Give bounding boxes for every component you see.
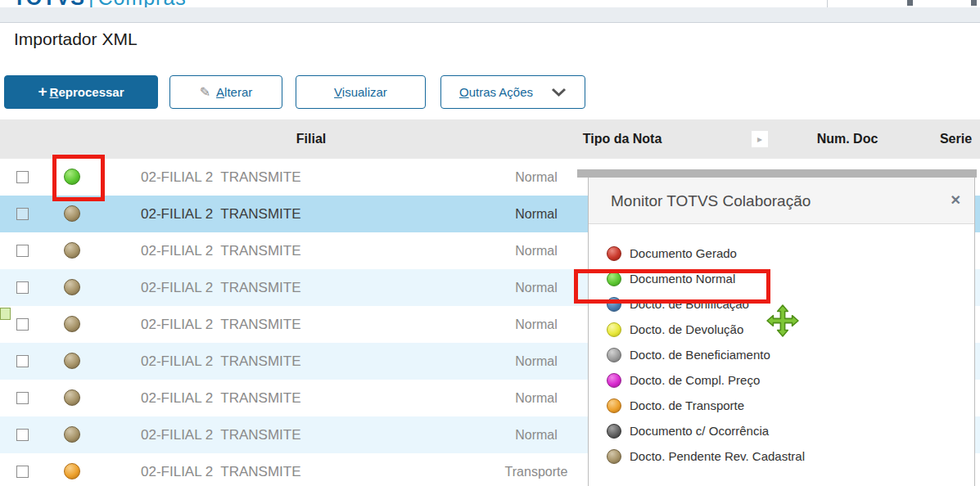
row-filial: 02-FILIAL 2 TRANSMITE	[141, 380, 301, 416]
row-checkbox[interactable]	[16, 281, 29, 294]
table-header: Filial Tipo da Nota ▸ Num. Doc Serie	[0, 119, 980, 159]
view-label: Visualizar	[334, 85, 387, 99]
plus-icon: +	[38, 83, 47, 101]
row-checkbox[interactable]	[16, 245, 29, 257]
legend-dot	[607, 348, 621, 362]
column-scroll-arrow-icon[interactable]: ▸	[752, 131, 768, 147]
row-checkbox[interactable]	[16, 318, 29, 331]
row-filial: 02-FILIAL 2 TRANSMITE	[141, 343, 301, 380]
other-actions-label: Outras Ações	[459, 85, 533, 99]
row-checkbox[interactable]	[16, 208, 29, 220]
legend-label: Docto. de Beneficiamento	[630, 348, 770, 362]
legend-dot	[607, 246, 621, 261]
close-icon[interactable]: ✕	[951, 192, 961, 208]
legend-label: Docto. Pendente Rev. Cadastral	[630, 449, 805, 463]
page-title: Importador XML	[14, 29, 138, 49]
alter-label: Alterar	[216, 85, 252, 99]
brand-module-label: Compras	[97, 0, 186, 7]
column-header-serie[interactable]: Serie	[909, 119, 980, 159]
legend-item: Documento c/ Ocorrência	[589, 418, 974, 443]
view-button[interactable]: Visualizar	[296, 75, 426, 109]
alter-button[interactable]: ✎ Alterar	[169, 75, 282, 109]
column-header-filial[interactable]: Filial	[164, 119, 458, 159]
legend-dot	[607, 297, 621, 312]
row-filial: 02-FILIAL 2 TRANSMITE	[141, 306, 301, 343]
row-checkbox[interactable]	[16, 429, 29, 441]
brand-separator: |	[85, 0, 98, 7]
move-cursor-icon	[766, 304, 799, 340]
legend-list: Documento Gerado Documento Normal Docto.…	[589, 224, 974, 469]
legend-item: Docto. de Beneficiamento	[589, 342, 974, 367]
status-dot	[64, 205, 80, 222]
header-icon-fragment[interactable]	[907, 0, 913, 6]
status-dot	[64, 316, 80, 332]
legend-dot	[607, 424, 621, 439]
legend-item: Docto. de Compl. Preço	[589, 367, 974, 393]
legend-label: Docto. de Transporte	[630, 398, 744, 412]
row-filial: 02-FILIAL 2 TRANSMITE	[141, 159, 301, 196]
chevron-down-icon	[551, 88, 567, 97]
pencil-icon: ✎	[200, 84, 210, 100]
legend-dot	[607, 373, 621, 388]
legend-label: Docto. de Bonificação	[630, 297, 749, 311]
status-dot	[64, 279, 80, 295]
legend-dot	[607, 398, 621, 413]
status-dot	[64, 353, 80, 369]
row-checkbox[interactable]	[16, 466, 29, 478]
status-dot	[64, 389, 80, 406]
legend-dot	[607, 272, 621, 286]
popup-top-border[interactable]	[577, 169, 977, 178]
row-filial: 02-FILIAL 2 TRANSMITE	[141, 196, 301, 232]
legend-label: Docto. de Devolução	[630, 322, 743, 336]
reprocess-button[interactable]: + Reprocessar	[4, 75, 158, 109]
brand-totvs-label: TOTVS	[13, 0, 85, 7]
legend-item: Docto. de Transporte	[589, 393, 974, 418]
row-filial: 02-FILIAL 2 TRANSMITE	[141, 453, 301, 486]
header-icon-fragment[interactable]	[971, 0, 977, 6]
legend-label: Documento c/ Ocorrência	[630, 424, 769, 438]
row-filial: 02-FILIAL 2 TRANSMITE	[141, 269, 301, 306]
legend-dot	[607, 449, 621, 464]
column-header-num-doc[interactable]: Num. Doc	[786, 119, 909, 159]
column-header-tipo-da-nota[interactable]: Tipo da Nota	[524, 119, 720, 159]
legend-dot	[607, 322, 621, 337]
status-dot	[64, 426, 80, 443]
importador-xml-screen: TOTVS|Compras Importador XML + Reprocess…	[0, 0, 980, 486]
app-header: TOTVS|Compras	[0, 0, 980, 7]
row-filial: 02-FILIAL 2 TRANSMITE	[141, 232, 301, 269]
status-dot	[64, 242, 80, 259]
row-checkbox[interactable]	[16, 171, 29, 183]
status-dot	[64, 169, 80, 185]
popup-header[interactable]: Monitor TOTVS Colaboração ✕	[589, 178, 974, 224]
other-actions-button[interactable]: Outras Ações	[440, 75, 585, 109]
row-checkbox[interactable]	[16, 392, 29, 404]
popup-title: Monitor TOTVS Colaboração	[611, 178, 811, 224]
status-dot	[64, 463, 80, 479]
legend-item: Docto. Pendente Rev. Cadastral	[589, 443, 974, 469]
legend-item: Documento Normal	[589, 266, 974, 291]
stray-green-marker	[0, 308, 11, 320]
app-brand: TOTVS|Compras	[13, 0, 187, 7]
legend-label: Docto. de Compl. Preço	[630, 373, 760, 387]
legend-label: Documento Normal	[630, 272, 735, 286]
legend-label: Documento Gerado	[630, 246, 737, 260]
row-filial: 02-FILIAL 2 TRANSMITE	[141, 416, 301, 453]
row-checkbox[interactable]	[16, 355, 29, 367]
header-band	[0, 7, 980, 23]
legend-item: Documento Gerado	[589, 241, 974, 266]
header-divider	[827, 0, 828, 7]
reprocess-label: Reprocessar	[50, 85, 124, 99]
